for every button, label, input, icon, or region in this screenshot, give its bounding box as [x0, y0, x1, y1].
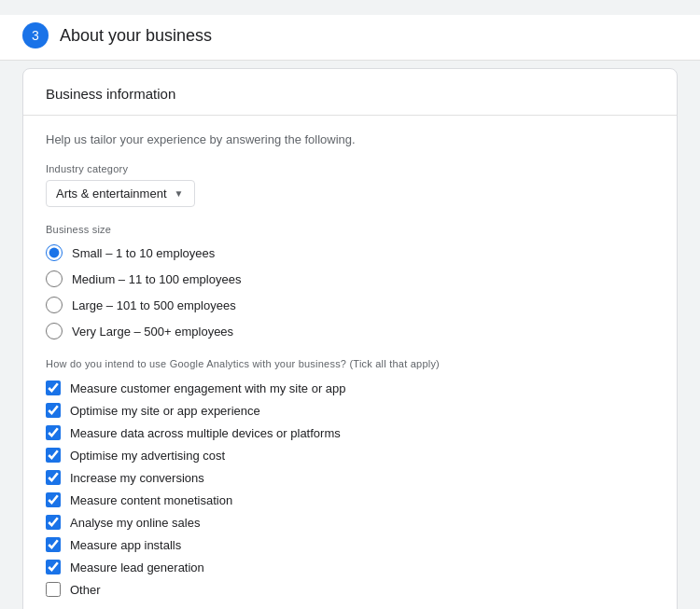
checkbox-input-measure-lead-gen[interactable]	[46, 560, 61, 574]
checkbox-label-measure-data: Measure data across multiple devices or …	[70, 426, 341, 440]
checkbox-label-other: Other	[70, 583, 101, 597]
chevron-down-icon: ▼	[175, 188, 184, 199]
checkbox-input-measure-data[interactable]	[46, 425, 61, 440]
checkbox-measure-data[interactable]: Measure data across multiple devices or …	[46, 425, 654, 440]
radio-input-very-large[interactable]	[46, 323, 63, 339]
checkbox-other[interactable]: Other	[46, 582, 654, 597]
business-information-card: Business information Help us tailor your…	[22, 68, 678, 609]
checkbox-input-measure-app-installs[interactable]	[46, 537, 61, 552]
radio-label-large: Large – 101 to 500 employees	[72, 298, 236, 312]
checkbox-label-measure-app-installs: Measure app installs	[70, 538, 181, 552]
checkbox-label-measure-engagement: Measure customer engagement with my site…	[70, 381, 346, 395]
checkbox-label-measure-lead-gen: Measure lead generation	[70, 561, 204, 574]
business-size-label: Business size	[46, 224, 654, 235]
card-header: Business information	[23, 69, 677, 116]
radio-input-large[interactable]	[46, 297, 63, 313]
radio-medium[interactable]: Medium – 11 to 100 employees	[46, 270, 654, 287]
help-text: Help us tailor your experience by answer…	[46, 132, 654, 146]
step-number: 3	[32, 28, 39, 43]
page-wrapper: 3 About your business Business informati…	[0, 0, 700, 609]
card-body: Help us tailor your experience by answer…	[23, 116, 677, 609]
checkbox-input-increase-conversions[interactable]	[46, 470, 61, 485]
step-title: About your business	[60, 26, 212, 46]
industry-label: Industry category	[46, 163, 654, 174]
checkbox-input-analyse-sales[interactable]	[46, 515, 61, 530]
radio-label-small: Small – 1 to 10 employees	[72, 246, 215, 260]
checkbox-optimise-advertising[interactable]: Optimise my advertising cost	[46, 448, 654, 463]
radio-label-medium: Medium – 11 to 100 employees	[72, 272, 241, 286]
checkbox-optimise-experience[interactable]: Optimise my site or app experience	[46, 403, 654, 418]
checkbox-input-other[interactable]	[46, 582, 61, 597]
checkbox-label-analyse-sales: Analyse my online sales	[70, 516, 200, 530]
checkbox-increase-conversions[interactable]: Increase my conversions	[46, 470, 654, 485]
radio-label-very-large: Very Large – 500+ employees	[72, 325, 233, 339]
checkbox-measure-app-installs[interactable]: Measure app installs	[46, 537, 654, 552]
checkbox-measure-lead-gen[interactable]: Measure lead generation	[46, 560, 654, 574]
radio-very-large[interactable]: Very Large – 500+ employees	[46, 323, 654, 339]
business-size-radio-group: Small – 1 to 10 employees Medium – 11 to…	[46, 244, 654, 339]
checkbox-measure-engagement[interactable]: Measure customer engagement with my site…	[46, 381, 654, 395]
industry-dropdown[interactable]: Arts & entertainment ▼	[46, 180, 195, 207]
checkbox-label-increase-conversions: Increase my conversions	[70, 471, 204, 485]
checkbox-analyse-sales[interactable]: Analyse my online sales	[46, 515, 654, 530]
radio-input-medium[interactable]	[46, 270, 63, 287]
radio-large[interactable]: Large – 101 to 500 employees	[46, 297, 654, 313]
card-title: Business information	[46, 86, 175, 102]
checkbox-input-optimise-advertising[interactable]	[46, 448, 61, 463]
radio-small[interactable]: Small – 1 to 10 employees	[46, 244, 654, 261]
checkbox-input-measure-engagement[interactable]	[46, 381, 61, 395]
checkbox-measure-monetisation[interactable]: Measure content monetisation	[46, 492, 654, 507]
checkbox-label-optimise-experience: Optimise my site or app experience	[70, 404, 260, 418]
industry-value: Arts & entertainment	[56, 187, 167, 201]
step-header: 3 About your business	[0, 15, 700, 61]
usage-question: How do you intend to use Google Analytic…	[46, 358, 654, 369]
radio-input-small[interactable]	[46, 244, 63, 261]
checkbox-label-measure-monetisation: Measure content monetisation	[70, 493, 232, 507]
checkbox-label-optimise-advertising: Optimise my advertising cost	[70, 449, 225, 463]
usage-checkbox-group: Measure customer engagement with my site…	[46, 381, 654, 597]
checkbox-input-optimise-experience[interactable]	[46, 403, 61, 418]
checkbox-input-measure-monetisation[interactable]	[46, 492, 61, 507]
step-badge: 3	[22, 22, 49, 48]
